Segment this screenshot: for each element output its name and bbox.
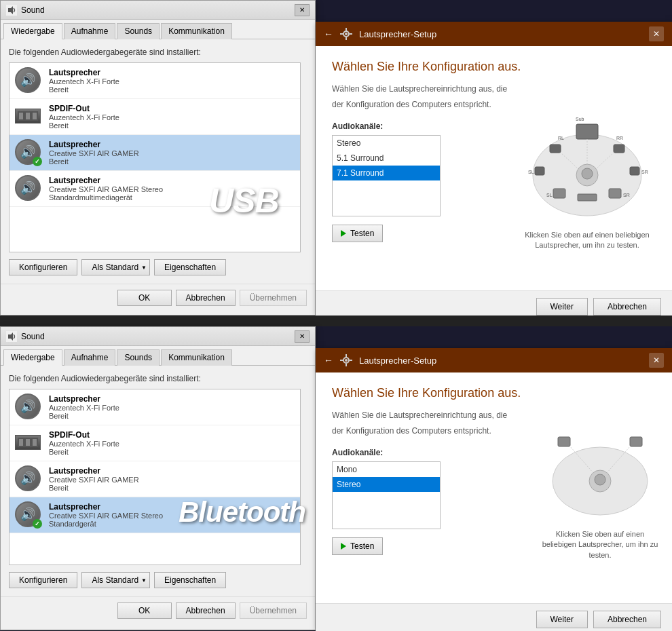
top-test-label: Testen [350,229,374,238]
top-device-icon-2: 🔊 ✓ [15,139,42,166]
bottom-device-list-wrapper: 🔊 Lautsprecher Auzentech X-Fi Forte Bere… [9,389,307,565]
top-setdefault-label: Als Standard [92,263,138,272]
top-channel-stereo[interactable]: Stereo [333,136,440,151]
bottom-sound-tab-bar: Wiedergabe Aufnahme Sounds Kommunikation [1,346,315,366]
top-device-info-2: Lautsprecher Creative SXFI AIR GAMER Ber… [49,140,295,166]
bottom-setup-gear-icon [340,354,352,366]
top-properties-btn[interactable]: Eigenschaften [154,259,226,275]
bottom-properties-btn[interactable]: Eigenschaften [154,572,226,588]
top-channel-71[interactable]: 7.1 Surround [333,166,440,180]
svg-rect-42 [346,364,347,366]
top-device-info-1: SPDIF-Out Auzentech X-Fi Forte Bereit [49,104,295,130]
bottom-test-btn[interactable]: Testen [332,537,383,555]
top-apply-btn[interactable]: Übernehmen [240,290,307,306]
top-green-check-2: ✓ [33,157,42,166]
bottom-device-item-0[interactable]: 🔊 Lautsprecher Auzentech X-Fi Forte Bere… [10,389,300,425]
svg-rect-3 [19,113,23,119]
tab-kommunikation-top[interactable]: Kommunikation [161,23,232,39]
bottom-green-check-3: ✓ [33,519,42,529]
svg-point-49 [595,474,605,485]
svg-rect-19 [630,167,639,175]
top-sound-dialog: Sound ✕ Wiedergabe Aufnahme Sounds Kommu… [0,0,316,316]
tab-wiedergabe-bottom[interactable]: Wiedergabe [3,349,62,366]
svg-rect-14 [609,189,621,198]
top-channel-list[interactable]: Stereo 5.1 Surround 7.1 Surround [332,135,441,216]
svg-rect-13 [553,189,565,198]
svg-rect-15 [578,194,597,201]
top-sound-close-btn[interactable]: ✕ [295,4,310,16]
svg-rect-20 [576,124,598,139]
top-cancel-btn[interactable]: Abbrechen [176,290,236,306]
top-test-btn[interactable]: Testen [332,225,383,242]
bottom-configure-btn[interactable]: Konfigurieren [9,572,77,588]
svg-point-40 [345,359,348,362]
bottom-speaker-diagram: Klicken Sie oben auf einen beliebigen La… [539,400,661,522]
top-device-list[interactable]: 🔊 Lautsprecher Auzentech X-Fi Forte Bere… [9,62,301,252]
top-hint-text: Klicken Sie oben auf einen beliebigen La… [523,230,652,251]
bottom-device-name-2: Lautsprecher [49,466,295,476]
top-setdefault-btn[interactable]: Als Standard ▼ [81,259,150,275]
top-configure-btn[interactable]: Konfigurieren [9,259,77,275]
bottom-apply-btn[interactable]: Übernehmen [240,603,307,619]
bottom-channel-list[interactable]: Mono Stereo [332,461,441,529]
top-setdefault-arrow: ▼ [141,265,147,271]
bottom-ok-btn[interactable]: OK [117,603,172,619]
bottom-sound-close-btn[interactable]: ✕ [295,330,310,343]
bottom-setup-title-bar: ← Lautsprecher-Setup ✕ [316,348,672,372]
bottom-setup-back-btn[interactable]: ← [324,355,333,366]
bottom-setup-next-btn[interactable]: Weiter [536,611,588,628]
tab-aufnahme-bottom[interactable]: Aufnahme [64,349,116,366]
bottom-cancel-btn[interactable]: Abbrechen [176,603,236,619]
tab-sounds-bottom[interactable]: Sounds [117,349,160,366]
tab-kommunikation-bottom[interactable]: Kommunikation [161,349,232,366]
top-channels-label: Audiokanäle: [332,121,523,131]
bottom-device-icon-3: 🔊 ✓ [15,501,42,529]
bottom-setup-cancel-btn[interactable]: Abbrechen [593,611,661,628]
top-sound-content: Die folgenden Audiowiedergabegeräte sind… [1,39,315,284]
bottom-device-item-1[interactable]: SPDIF-Out Auzentech X-Fi Forte Bereit [10,425,300,461]
bottom-channels-label: Audiokanäle: [332,448,529,457]
svg-rect-18 [535,167,544,175]
bottom-device-info-0: Lautsprecher Auzentech X-Fi Forte Bereit [49,394,295,420]
bottom-device-icon-2: 🔊 [15,465,42,493]
svg-rect-46 [558,437,570,446]
top-setup-next-btn[interactable]: Weiter [536,298,588,316]
top-setup-desc2: der Konfiguration des Computers entspric… [332,99,523,111]
top-ok-btn[interactable]: OK [117,290,172,306]
bottom-speaker-circle-0: 🔊 [15,394,41,419]
top-connection-badge: USB [209,181,279,221]
top-device-item-2[interactable]: 🔊 ✓ Lautsprecher Creative SXFI AIR GAMER… [10,135,300,171]
bottom-device-name-0: Lautsprecher [49,394,295,404]
svg-rect-37 [26,439,30,446]
bottom-spdif-icon [15,435,41,450]
svg-text:SL: SL [546,193,553,197]
bottom-device-name-1: SPDIF-Out [49,430,295,440]
bottom-device-list[interactable]: 🔊 Lautsprecher Auzentech X-Fi Forte Bere… [9,389,301,565]
bottom-setdefault-arrow: ▼ [141,577,147,584]
bottom-speaker-icon [6,331,17,342]
bottom-sound-content: Die folgenden Audiowiedergabegeräte sind… [1,366,315,596]
bottom-setup-heading: Wählen Sie Ihre Konfiguration aus. [332,386,529,400]
top-speaker-diagram-svg: SL SR RL RR SL SR Sub [523,87,652,223]
bottom-device-item-2[interactable]: 🔊 Lautsprecher Creative SXFI AIR GAMER B… [10,461,300,497]
bottom-section-label: Die folgenden Audiowiedergabegeräte sind… [9,374,307,383]
top-setup-cancel-btn[interactable]: Abbrechen [593,298,661,316]
svg-point-7 [345,33,348,35]
bottom-setdefault-btn[interactable]: Als Standard ▼ [81,572,150,588]
tab-sounds-top[interactable]: Sounds [117,23,160,39]
bottom-device-model-1: Auzentech X-Fi Forte [49,440,295,448]
bottom-setup-close-btn[interactable]: ✕ [649,353,664,368]
bottom-channel-mono[interactable]: Mono [333,462,440,477]
top-device-item-0[interactable]: 🔊 Lautsprecher Auzentech X-Fi Forte Bere… [10,63,300,99]
divider-bar [0,316,672,326]
top-sound-title: Sound [21,5,295,15]
top-channel-51[interactable]: 5.1 Surround [333,151,440,166]
tab-aufnahme-top[interactable]: Aufnahme [64,23,116,39]
tab-wiedergabe-top[interactable]: Wiedergabe [3,23,62,39]
bottom-setup-desc1: Wählen Sie die Lautsprechereinrichtung a… [332,410,529,421]
bottom-channel-stereo[interactable]: Stereo [333,477,440,492]
top-setup-back-btn[interactable]: ← [324,28,333,39]
top-setup-dialog: ← Lautsprecher-Setup ✕ Wählen Sie Ihre K… [316,22,672,315]
top-setup-close-btn[interactable]: ✕ [649,26,664,41]
top-device-item-1[interactable]: SPDIF-Out Auzentech X-Fi Forte Bereit [10,99,300,135]
